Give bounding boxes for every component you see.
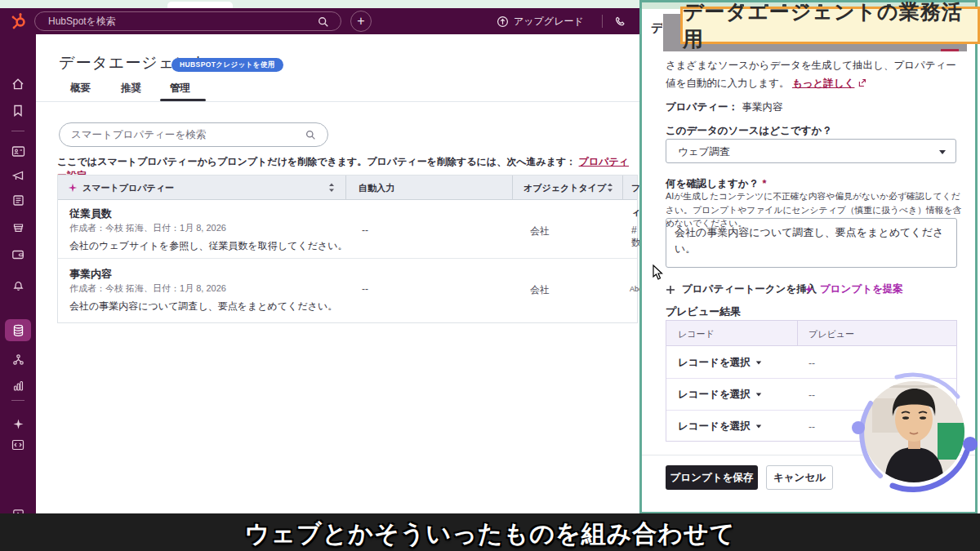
tabs-bottom-border (36, 101, 639, 102)
col-smart-property[interactable]: スマートプロパティー (82, 176, 174, 200)
chevron-down-icon (755, 425, 760, 429)
tab-recommended[interactable]: 推奨 (121, 82, 141, 96)
sidebar-item-data[interactable] (0, 320, 36, 341)
chevron-down-icon (939, 150, 946, 154)
smart-property-search-placeholder: スマートプロパティーを検索 (71, 129, 206, 140)
preview-value: -- (808, 389, 815, 401)
sidebar-item-crm[interactable] (0, 140, 36, 162)
property-value: 事業内容 (742, 101, 782, 113)
chevron-down-icon (755, 362, 760, 365)
cancel-button[interactable]: キャンセル (766, 465, 833, 490)
workflow-icon (12, 353, 24, 366)
save-prompt-button[interactable]: プロンプトを保存 (666, 465, 758, 490)
sidebar-item-content[interactable] (0, 189, 36, 211)
sort-icon[interactable] (328, 182, 335, 193)
property-label: プロパティー： (666, 101, 738, 113)
suggest-prompt-button[interactable]: プロンプトを提案 (804, 282, 903, 296)
source-select-value: ウェブ調査 (678, 145, 729, 159)
upgrade-button[interactable]: アップグレード (497, 8, 584, 34)
record-select-dropdown[interactable]: レコードを選択 (678, 388, 762, 402)
sidebar-item-payments[interactable] (0, 244, 36, 265)
smart-property-table: スマートプロパティー 自動入力 オブジェクトタイプ フィ 従業員数 作成者：今枝… (57, 175, 638, 323)
manage-description-text: ここではスマートプロパティーからプロンプトだけを削除できます。プロパティーを削除… (57, 156, 576, 167)
sidebar-item-marketing[interactable] (0, 165, 36, 186)
prompt-text: 会社の事業内容について調査し、要点をまとめてください。 (675, 226, 943, 255)
home-icon (11, 78, 24, 91)
external-link-icon (858, 78, 866, 87)
row-name[interactable]: 事業内容 (69, 267, 112, 282)
col-object-type[interactable]: オブジェクトタイプ (523, 176, 606, 200)
subtitle-text: ウェブとかそういったものを組み合わせて (0, 518, 980, 551)
record-select-dropdown[interactable]: レコードを選択 (678, 356, 762, 370)
sidebar-item-reporting[interactable] (0, 375, 36, 396)
col-autofill[interactable]: 自動入力 (359, 176, 394, 200)
source-select[interactable]: ウェブ調査 (666, 139, 956, 163)
search-icon (318, 16, 329, 28)
prompt-textarea[interactable]: 会社の事業内容について調査し、要点をまとめてください。 (666, 218, 957, 268)
megaphone-icon (11, 170, 24, 182)
bell-icon (12, 279, 24, 291)
search-icon (305, 130, 316, 140)
webcam-ring-dot (963, 437, 978, 451)
row-meta: 作成者：今枝 拓海、日付：1月 8, 2026 (69, 222, 226, 234)
record-select-label: レコードを選択 (678, 388, 751, 402)
sparkle-icon (12, 418, 24, 430)
browser-tab-sliver (167, 2, 233, 8)
sparkle-icon (68, 183, 78, 193)
phone-icon[interactable] (614, 16, 626, 28)
sidebar-item-commerce-hub[interactable] (0, 217, 36, 238)
global-search-placeholder: HubSpotを検索 (48, 16, 116, 27)
hubspot-logo-icon[interactable] (11, 12, 29, 30)
row-desc: 会社の事業内容について調査し、要点をまとめてください。 (69, 300, 337, 313)
sidebar-item-notifications[interactable] (0, 274, 36, 295)
code-icon (11, 439, 24, 451)
column-separator (622, 176, 623, 200)
col-preview: プレビュー (808, 328, 854, 340)
column-separator (345, 176, 346, 200)
sidebar-divider (11, 400, 24, 401)
learn-more-link[interactable]: もっと詳しく (792, 78, 854, 89)
suggest-prompt-label: プロンプトを提案 (820, 282, 903, 296)
verify-label: 何を確認しますか？ (666, 178, 759, 189)
smart-property-search-input[interactable]: スマートプロパティーを検索 (59, 122, 328, 147)
column-separator (797, 321, 798, 346)
sidebar-item-developer[interactable] (0, 434, 36, 455)
database-icon (12, 324, 24, 337)
wallet-icon (11, 249, 24, 260)
cancel-label: キャンセル (773, 471, 826, 485)
cell-autofill: -- (362, 283, 368, 295)
video-caption-text: データエージェントの業務活用 (683, 0, 978, 52)
required-mark: * (762, 178, 766, 189)
bar-chart-icon (12, 380, 24, 392)
insert-token-button[interactable]: プロパティートークンを挿入 (666, 282, 817, 296)
record-select-dropdown[interactable]: レコードを選択 (678, 420, 762, 433)
record-select-label: レコードを選択 (678, 356, 751, 370)
nav-divider (602, 15, 603, 28)
webcam-photo (863, 381, 970, 482)
tab-overview[interactable]: 概要 (70, 82, 91, 96)
left-sidebar (0, 34, 36, 514)
chevron-down-icon (755, 393, 760, 397)
webcam-bubble (848, 366, 980, 500)
bookmark-icon (12, 104, 24, 117)
sidebar-item-ai[interactable] (0, 413, 36, 434)
cell-object-type: 会社 (530, 283, 550, 297)
sidebar-item-home[interactable] (0, 73, 36, 95)
preview-value: -- (808, 421, 815, 433)
global-search-input[interactable]: HubSpotを検索 (34, 11, 341, 31)
panel-intro: さまざまなソースからデータを生成して抽出し、プロパティー値を自動的に入力します。… (666, 57, 963, 93)
tab-manage[interactable]: 管理 (170, 82, 190, 96)
video-caption-banner: データエージェントの業務活用 (680, 7, 980, 44)
sort-icon[interactable] (607, 182, 613, 193)
sidebar-item-automations[interactable] (0, 349, 36, 370)
create-button-label: + (357, 14, 364, 28)
sparkle-icon (804, 284, 814, 295)
sidebar-item-bookmarks[interactable] (0, 100, 36, 121)
subtitle-bar: ウェブとかそういったものを組み合わせて (0, 513, 980, 551)
sidebar-divider (11, 131, 24, 131)
column-separator (512, 176, 513, 200)
create-button[interactable]: + (350, 11, 372, 32)
row-name[interactable]: 従業員数 (69, 207, 112, 221)
plus-icon (666, 285, 675, 295)
webcam-ring-dot (852, 421, 865, 434)
